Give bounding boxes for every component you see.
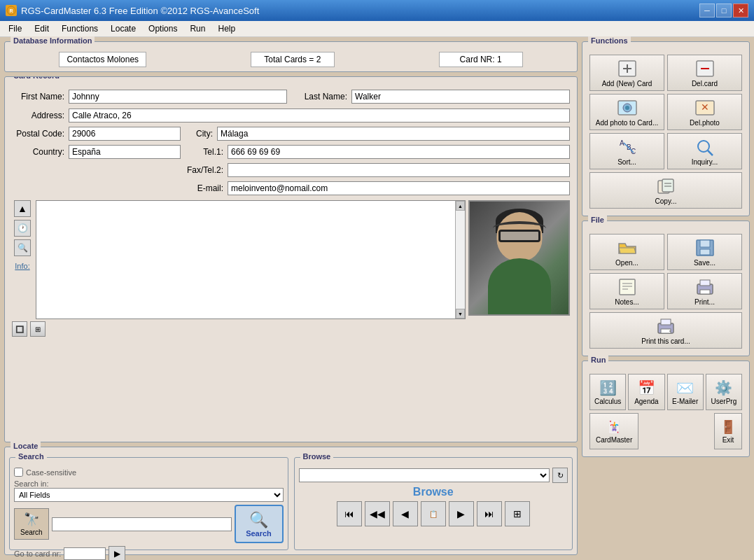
inquiry-button[interactable]: Inquiry... — [667, 133, 742, 169]
menu-run[interactable]: Run — [184, 22, 211, 35]
menu-functions[interactable]: Functions — [56, 22, 104, 35]
menu-help[interactable]: Help — [212, 22, 241, 35]
userprg-button[interactable]: ⚙️ UserPrg — [706, 374, 742, 410]
close-button[interactable]: ✕ — [733, 4, 748, 18]
cardmaster-button[interactable]: 🃏 CardMaster — [589, 413, 638, 449]
inquiry-label: Inquiry... — [692, 158, 718, 166]
exit-icon: 🚪 — [720, 419, 736, 435]
fax-input[interactable] — [228, 163, 570, 177]
add-card-label: Add (New) Card — [602, 80, 652, 88]
add-photo-button[interactable]: Add photo to Card... — [589, 94, 664, 130]
big-search-button[interactable]: 🔍 Search — [235, 505, 284, 543]
menu-file[interactable]: File — [3, 22, 27, 35]
save-button[interactable]: Save... — [667, 234, 742, 270]
search-small-button[interactable]: 🔍 — [14, 239, 31, 256]
del-photo-label: Del.photo — [690, 119, 720, 127]
copy-button[interactable]: Copy... — [589, 172, 742, 209]
menu-bar: File Edit Functions Locate Options Run H… — [0, 21, 754, 37]
scrollbar-down-button[interactable]: ▼ — [456, 309, 465, 318]
go-to-button[interactable]: ▶ — [109, 546, 125, 560]
svg-text:R: R — [9, 8, 13, 13]
info-label[interactable]: Info: — [15, 262, 29, 270]
exit-button[interactable]: 🚪 Exit — [714, 413, 742, 449]
clock-button[interactable]: 🕐 — [14, 220, 31, 237]
del-card-icon — [694, 59, 716, 78]
menu-options[interactable]: Options — [143, 22, 183, 35]
sort-label: Sort... — [617, 158, 636, 166]
print-label: Print... — [694, 298, 715, 306]
first-name-input[interactable] — [69, 90, 287, 104]
browse-select[interactable] — [299, 468, 550, 482]
menu-locate[interactable]: Locate — [105, 22, 141, 35]
userprg-label: UserPrg — [711, 398, 737, 405]
case-sensitive-label: Case-sensitive — [26, 468, 76, 477]
nav-first-button[interactable]: ⏮ — [337, 501, 362, 526]
search-in-label: Search in: — [14, 479, 284, 488]
app-icon: R — [6, 5, 17, 16]
svg-rect-24 — [700, 249, 710, 255]
nav-prev-single-button[interactable]: ◀ — [393, 501, 418, 526]
notes-label: Notes... — [615, 298, 638, 306]
search-text-button[interactable]: 🔭 Search — [14, 508, 49, 540]
svg-text:C: C — [631, 148, 636, 155]
country-label: Country: — [12, 147, 64, 157]
move-up-button[interactable]: ▲ — [14, 200, 31, 217]
card-record-group: Card Record First Name: Last Name: Addre… — [4, 76, 578, 442]
browse-label: Browse — [299, 486, 568, 498]
expand-button[interactable]: ⊞ — [30, 321, 46, 337]
print-button[interactable]: Print... — [667, 273, 742, 309]
nav-prev-button[interactable]: ◀◀ — [365, 501, 390, 526]
calculus-button[interactable]: 🔢 Calculus — [589, 374, 626, 410]
postal-code-input[interactable] — [69, 127, 181, 141]
sort-button[interactable]: A B C Sort... — [589, 133, 664, 169]
svg-point-16 — [698, 141, 709, 152]
maximize-button[interactable]: □ — [716, 4, 732, 18]
left-panel: Database Information Contactos Molones T… — [4, 41, 578, 555]
info-text-area[interactable] — [36, 201, 455, 318]
svg-rect-30 — [700, 280, 710, 286]
agenda-button[interactable]: 📅 Agenda — [628, 374, 664, 410]
file-title: File — [588, 216, 607, 224]
nav-grid-button[interactable]: ⊞ — [505, 501, 530, 526]
big-search-label: Search — [246, 529, 272, 538]
del-card-label: Del.card — [692, 80, 718, 88]
print-card-button[interactable]: Print this card... — [589, 312, 742, 349]
country-input[interactable] — [69, 145, 181, 159]
city-input[interactable] — [217, 127, 570, 141]
svg-text:✕: ✕ — [701, 102, 709, 113]
search-btn-label: Search — [20, 528, 43, 536]
browse-group-title: Browse — [300, 452, 334, 461]
db-name-field: Contactos Molones — [59, 52, 146, 67]
email-input[interactable] — [228, 181, 570, 195]
nav-next-button[interactable]: ▶ — [449, 501, 474, 526]
emailer-button[interactable]: ✉️ E-Mailer — [667, 374, 704, 410]
tel1-input[interactable] — [228, 145, 570, 159]
search-in-select[interactable]: All Fields First Name Last Name Address … — [14, 488, 284, 502]
scrollbar-up-button[interactable]: ▲ — [456, 201, 465, 211]
address-input[interactable] — [69, 108, 570, 122]
nav-last-button[interactable]: ⏭ — [477, 501, 502, 526]
go-to-input[interactable] — [64, 547, 106, 560]
agenda-icon: 📅 — [638, 379, 655, 396]
notes-button[interactable]: Notes... — [589, 273, 664, 309]
minimize-button[interactable]: ─ — [699, 4, 715, 18]
browse-refresh-button[interactable]: ↻ — [552, 468, 568, 483]
search-group-title: Search — [15, 452, 47, 461]
person-photo — [470, 202, 568, 314]
menu-edit[interactable]: Edit — [29, 22, 55, 35]
fax-label: Fax/Tel.2: — [185, 165, 223, 175]
open-button[interactable]: Open... — [589, 234, 664, 270]
zoom-button[interactable]: 🔲 — [12, 321, 27, 337]
add-new-card-button[interactable]: Add (New) Card — [589, 55, 664, 91]
search-input[interactable] — [52, 517, 232, 531]
svg-rect-19 — [662, 179, 673, 192]
del-card-button[interactable]: Del.card — [667, 55, 742, 91]
run-title: Run — [588, 356, 608, 364]
case-sensitive-checkbox[interactable] — [14, 468, 23, 477]
userprg-icon: ⚙️ — [715, 379, 732, 396]
last-name-input[interactable] — [351, 90, 570, 104]
nav-browse-button[interactable]: 📋 — [421, 501, 446, 526]
inquiry-icon — [694, 137, 716, 157]
del-photo-button[interactable]: ✕ Del.photo — [667, 94, 742, 130]
tel1-label: Tel.1: — [185, 147, 223, 157]
